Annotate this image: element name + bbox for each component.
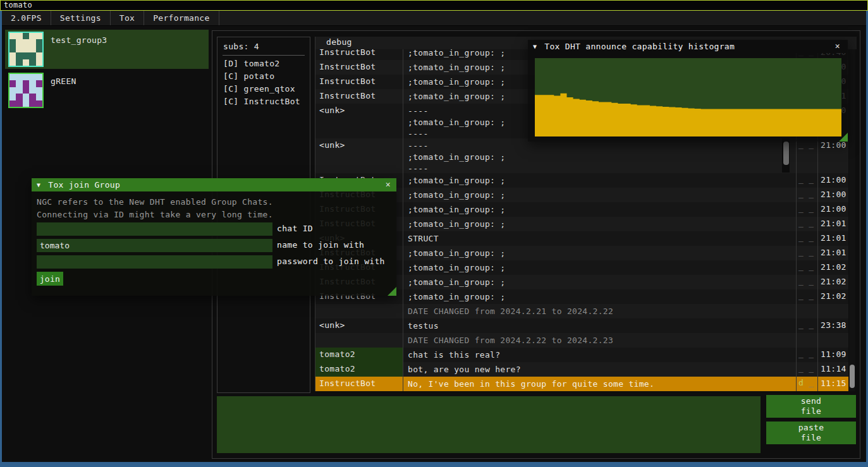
timestamp-cell: 23:38: [818, 318, 848, 333]
close-icon[interactable]: ✕: [835, 41, 840, 51]
date-changed-row[interactable]: DATE CHANGED from 2024.2.22 to 2024.2.23: [315, 333, 848, 348]
menu-item-tox[interactable]: Tox: [111, 11, 144, 25]
join-group-window: ▼ Tox join Group ✕ NGC refers to the New…: [32, 178, 396, 296]
sender-name-cell: InstructBot: [315, 75, 403, 89]
delivery-status-cell: _ _: [797, 217, 818, 231]
sender-name-cell: InstructBot: [315, 377, 403, 391]
timestamp-cell: [818, 304, 848, 318]
histogram-area-chart: [535, 58, 841, 136]
sender-name-cell: <unk>: [315, 104, 403, 138]
message-text-cell: ;tomato_in_group: ;: [403, 188, 797, 202]
delivery-status-cell: d _: [797, 377, 818, 391]
field-label: name to join with: [277, 240, 364, 250]
message-text-cell: No, I've been in this group for quite so…: [403, 377, 797, 391]
join-button[interactable]: join: [37, 272, 63, 286]
timestamp-cell: 21:00: [818, 202, 848, 217]
delivery-status-cell: _ _: [797, 188, 818, 202]
chat-message-row[interactable]: <unk>---- ;tomato_in_group: ; ----_ _21:…: [315, 138, 848, 173]
resize-grip[interactable]: [388, 287, 396, 296]
dht-capability-histogram: [535, 58, 841, 136]
message-text-cell: ;tomato_in_group: ;: [403, 289, 797, 304]
chat-message-row[interactable]: tomato2bot, are you new here?_ _11:14: [315, 362, 848, 377]
chat-message-row[interactable]: <unk>testus_ _23:38: [315, 318, 848, 333]
menu-item-2.0fps[interactable]: 2.0FPS: [2, 11, 51, 25]
send-file-button[interactable]: send file: [766, 395, 856, 418]
delivery-status-cell: _ _: [797, 173, 818, 188]
field-label: chat ID: [277, 224, 313, 233]
date-changed-row[interactable]: DATE CHANGED from 2024.2.21 to 2024.2.22: [315, 304, 848, 318]
group-avatar: [8, 32, 44, 67]
tab-debug[interactable]: debug: [326, 37, 352, 47]
group-name: test_group3: [51, 35, 107, 45]
timestamp-cell: 21:00: [818, 173, 848, 188]
resize-grip[interactable]: [839, 133, 848, 142]
group-name: gREEN: [51, 76, 76, 86]
join-info-line-2: Connecting via ID might take a very long…: [37, 210, 273, 219]
sender-name-cell: [315, 304, 403, 318]
timestamp-cell: 21:02: [818, 260, 848, 275]
message-text-cell: DATE CHANGED from 2024.2.22 to 2024.2.23: [403, 333, 797, 348]
window-titlebar[interactable]: tomato: [0, 0, 868, 11]
chat-scrollbar-track: [849, 49, 855, 391]
field-label: password to join with: [277, 257, 385, 266]
timestamp-cell: 21:01: [818, 246, 848, 260]
timestamp-cell: 11:09: [818, 348, 848, 362]
message-text-cell: ;tomato_in_group: ;: [403, 260, 797, 275]
join-window-title: Tox join Group: [48, 180, 120, 190]
name-to-join-with-input[interactable]: [37, 239, 272, 252]
timestamp-cell: [818, 333, 848, 348]
subs-count-label: subs: 4: [223, 42, 259, 51]
sender-name-cell: <unk>: [315, 318, 403, 333]
timestamp-cell: 11:15: [818, 377, 848, 391]
password-to-join-with-input[interactable]: [37, 255, 272, 269]
delivery-status-cell: _ _: [797, 202, 818, 217]
message-text-cell: ---- ;tomato_in_group: ; ----: [403, 138, 797, 173]
member-item-tomato2[interactable]: [D] tomato2: [223, 59, 279, 68]
menu-item-performance[interactable]: Performance: [144, 11, 219, 25]
message-text-cell: ;tomato_in_group: ;: [403, 202, 797, 217]
group-item-gREEN[interactable]: gREEN: [5, 71, 209, 110]
collapse-icon[interactable]: ▼: [533, 43, 537, 50]
sender-name-cell: InstructBot: [315, 89, 403, 104]
chat-message-row[interactable]: tomato2chat is this real?_ _11:09: [315, 348, 848, 362]
member-item-green_qtox[interactable]: [C] green_qtox: [223, 84, 295, 94]
group-item-test_group3[interactable]: test_group3: [5, 30, 209, 69]
dht-histogram-window: ▼ Tox DHT announce capability histogram …: [528, 40, 848, 142]
histogram-window-titlebar[interactable]: ▼ Tox DHT announce capability histogram …: [528, 40, 848, 53]
delivery-status-cell: _ _: [797, 275, 818, 289]
join-window-titlebar[interactable]: ▼ Tox join Group ✕: [32, 178, 396, 191]
delivery-status-cell: _ _: [797, 231, 818, 246]
member-item-InstructBot[interactable]: [C] InstructBot: [223, 97, 300, 106]
collapse-icon[interactable]: ▼: [37, 181, 40, 188]
message-text-cell: ;tomato_in_group: ;: [403, 217, 797, 231]
delivery-status-cell: _ _: [797, 260, 818, 275]
timestamp-cell: 21:02: [818, 289, 848, 304]
message-text-cell: ;tomato_in_group: ;: [403, 246, 797, 260]
timestamp-cell: 11:14: [818, 362, 848, 377]
message-text-cell: STRUCT: [403, 231, 797, 246]
chat-message-row[interactable]: InstructBotNo, I've been in this group f…: [315, 377, 848, 391]
chat-ID-input[interactable]: [37, 222, 272, 236]
delivery-status-cell: _ _: [797, 138, 818, 173]
message-scrollbar-handle[interactable]: [783, 142, 789, 165]
message-input[interactable]: [217, 396, 761, 453]
message-text-cell: DATE CHANGED from 2024.2.21 to 2024.2.22: [403, 304, 797, 318]
message-text-cell: ;tomato_in_group: ;: [403, 275, 797, 289]
message-text-cell: testus: [403, 318, 797, 333]
menu-bar: 2.0FPSSettingsToxPerformance: [2, 11, 866, 26]
timestamp-cell: 21:02: [818, 275, 848, 289]
timestamp-cell: 21:00: [818, 188, 848, 202]
close-icon[interactable]: ✕: [386, 179, 391, 189]
timestamp-cell: 21:00: [818, 138, 848, 173]
delivery-status-cell: [797, 304, 818, 318]
delivery-status-cell: _ _: [797, 289, 818, 304]
message-text-cell: chat is this real?: [403, 348, 797, 362]
sender-name-cell: InstructBot: [315, 60, 403, 75]
sender-name-cell: <unk>: [315, 138, 403, 173]
paste-file-button[interactable]: paste file: [766, 422, 856, 444]
member-item-potato[interactable]: [C] potato: [223, 71, 274, 81]
menu-item-settings[interactable]: Settings: [51, 11, 111, 25]
chat-scrollbar-handle[interactable]: [850, 365, 855, 388]
delivery-status-cell: [797, 333, 818, 348]
delivery-status-cell: _ _: [797, 362, 818, 377]
